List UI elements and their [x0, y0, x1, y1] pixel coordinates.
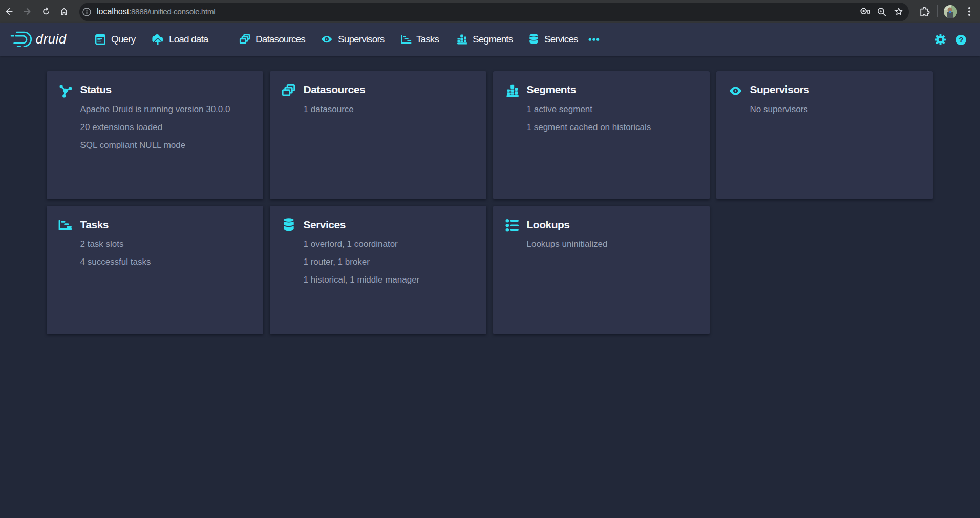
svg-text:?: ?: [959, 35, 964, 44]
